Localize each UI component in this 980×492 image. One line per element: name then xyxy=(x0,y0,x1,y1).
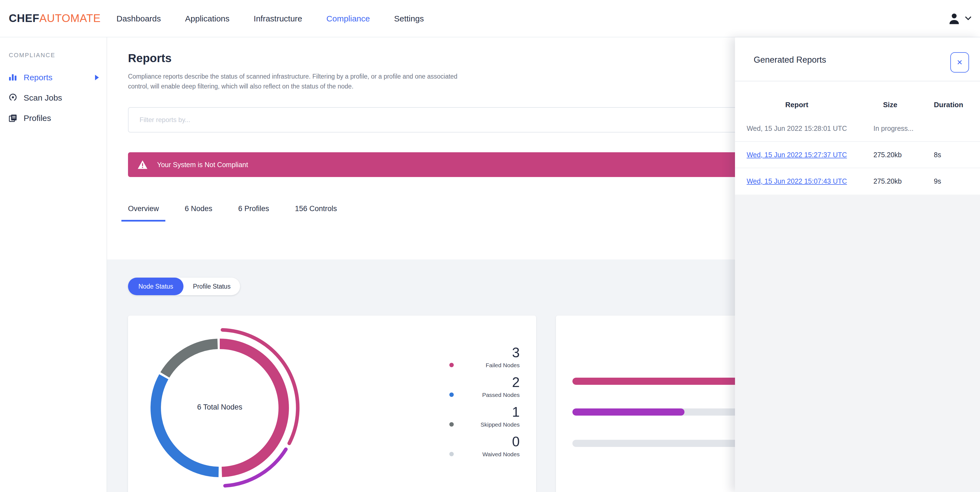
alert-text: Your System is Not Compliant xyxy=(157,161,248,168)
sidebar-item-label: Reports xyxy=(24,73,52,82)
passed-label: Passed Nodes xyxy=(482,391,520,398)
nav-links: Dashboards Applications Infrastructure C… xyxy=(116,14,424,23)
passed-dot-icon xyxy=(449,393,454,397)
legend-passed: 2 Passed Nodes xyxy=(447,375,520,399)
passed-count: 2 xyxy=(447,375,520,390)
sidebar: COMPLIANCE Reports Scan Jobs Profiles xyxy=(0,37,107,492)
sidebar-item-label: Profiles xyxy=(24,113,51,123)
nav-item-compliance[interactable]: Compliance xyxy=(326,14,370,23)
table-header-row: Report Size Duration xyxy=(735,81,980,115)
tab-overview[interactable]: Overview xyxy=(121,204,165,222)
submenu-arrow-icon xyxy=(95,75,99,80)
toggle-profile-status[interactable]: Profile Status xyxy=(184,278,240,295)
legend-waived: 0 Waived Nodes xyxy=(447,434,520,458)
report-size: In progress... xyxy=(859,125,922,132)
report-link[interactable]: Wed, 15 Jun 2022 15:27:37 UTC xyxy=(746,151,847,158)
top-nav: CHEFAUTOMATE Dashboards Applications Inf… xyxy=(0,0,980,37)
nav-item-applications[interactable]: Applications xyxy=(185,14,230,23)
sidebar-section-label: COMPLIANCE xyxy=(9,52,107,58)
table-row: Wed, 15 Jun 2022 15:28:01 UTC In progres… xyxy=(735,115,980,142)
failed-label: Failed Nodes xyxy=(485,362,520,368)
panel-title: Generated Reports xyxy=(754,55,826,65)
tab-profiles[interactable]: 6 Profiles xyxy=(232,204,276,222)
legend-skipped: 1 Skipped Nodes xyxy=(447,404,520,428)
nav-item-settings[interactable]: Settings xyxy=(394,14,424,23)
sidebar-items: Reports Scan Jobs Profiles xyxy=(0,67,107,128)
report-size: 275.20kb xyxy=(859,177,922,185)
table-row: Wed, 15 Jun 2022 15:07:43 UTC 275.20kb 9… xyxy=(735,168,980,195)
warning-icon xyxy=(137,160,148,169)
user-menu[interactable] xyxy=(947,11,971,26)
report-timestamp: Wed, 15 Jun 2022 15:28:01 UTC xyxy=(735,125,859,132)
toggle-node-status[interactable]: Node Status xyxy=(128,278,184,295)
page-description: Compliance reports describe the status o… xyxy=(128,72,469,91)
node-status-legend: 3 Failed Nodes 2 Passed Nodes 1 Skipped … xyxy=(447,345,520,464)
sidebar-item-scan-jobs[interactable]: Scan Jobs xyxy=(0,88,107,108)
tab-controls[interactable]: 156 Controls xyxy=(288,204,344,222)
waived-label: Waived Nodes xyxy=(482,451,520,457)
column-header-size: Size xyxy=(859,100,922,109)
generated-reports-panel-body: Generated Reports ✕ Report Size Duration… xyxy=(735,37,980,195)
chevron-down-icon xyxy=(965,16,971,20)
status-toggle-group: Node Status Profile Status xyxy=(128,278,240,295)
sidebar-item-profiles[interactable]: Profiles xyxy=(0,108,107,128)
user-icon xyxy=(947,11,961,26)
sidebar-item-label: Scan Jobs xyxy=(24,93,62,102)
failed-count: 3 xyxy=(447,345,520,360)
close-button[interactable]: ✕ xyxy=(950,52,969,73)
nav-item-infrastructure[interactable]: Infrastructure xyxy=(254,14,302,23)
chef-automate-logo[interactable]: CHEFAUTOMATE xyxy=(9,12,104,25)
column-header-duration: Duration xyxy=(922,100,963,109)
documents-icon xyxy=(9,114,17,122)
waived-dot-icon xyxy=(449,452,454,456)
app-window: CHEFAUTOMATE Dashboards Applications Inf… xyxy=(0,0,980,492)
table-row: Wed, 15 Jun 2022 15:27:37 UTC 275.20kb 8… xyxy=(735,142,980,168)
skipped-dot-icon xyxy=(449,422,454,427)
broadcast-icon xyxy=(9,93,17,102)
node-status-card: 6 Total Nodes 3 Failed Nodes 2 Passed No… xyxy=(128,316,536,492)
bar-chart-icon xyxy=(9,73,17,81)
column-header-report: Report xyxy=(735,100,859,109)
close-icon: ✕ xyxy=(957,58,963,67)
panel-header: Generated Reports ✕ xyxy=(735,37,980,81)
failed-dot-icon xyxy=(449,363,454,367)
node-status-donut-chart: 6 Total Nodes xyxy=(137,326,302,490)
legend-failed: 3 Failed Nodes xyxy=(447,345,520,369)
skipped-count: 1 xyxy=(447,404,520,419)
report-size: 275.20kb xyxy=(859,151,922,158)
nav-item-dashboards[interactable]: Dashboards xyxy=(116,14,161,23)
tab-nodes[interactable]: 6 Nodes xyxy=(178,204,219,222)
severity-bar-2-fill xyxy=(573,409,684,415)
report-duration: 8s xyxy=(922,151,941,158)
waived-count: 0 xyxy=(447,434,520,449)
skipped-label: Skipped Nodes xyxy=(480,421,520,428)
sidebar-item-reports[interactable]: Reports xyxy=(0,67,107,88)
brand-automate: AUTOMATE xyxy=(39,12,100,24)
report-link[interactable]: Wed, 15 Jun 2022 15:07:43 UTC xyxy=(746,177,847,185)
brand-chef: CHEF xyxy=(9,12,39,24)
report-duration: 9s xyxy=(922,177,941,185)
reports-table: Report Size Duration Wed, 15 Jun 2022 15… xyxy=(735,81,980,195)
donut-center-label: 6 Total Nodes xyxy=(137,403,302,411)
generated-reports-panel: Generated Reports ✕ Report Size Duration… xyxy=(735,37,980,492)
